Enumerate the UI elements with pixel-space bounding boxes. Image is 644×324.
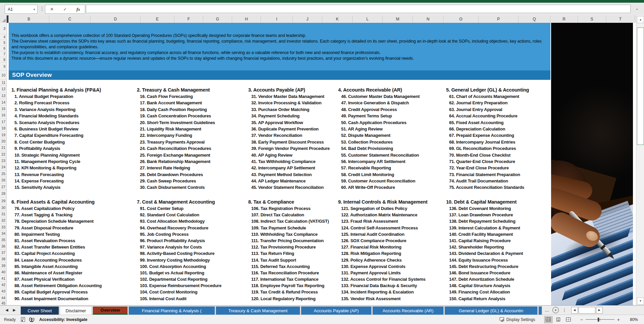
- sheet-tab-disclaimer[interactable]: Disclaimer: [60, 306, 92, 315]
- column-header-m[interactable]: M: [383, 15, 413, 23]
- sheet-tab-accounts-receivable-ar[interactable]: Accounts Receivable (AR): [372, 306, 444, 315]
- column-header-n[interactable]: N: [413, 15, 443, 23]
- row-header-21[interactable]: 21: [0, 145, 6, 151]
- zoom-in-icon[interactable]: +: [617, 317, 620, 322]
- sheet-tab-accounts-payable-ap[interactable]: Accounts Payable (AP): [301, 306, 372, 315]
- row-header-24[interactable]: 24: [0, 164, 6, 170]
- sheet-tab-treasury-cash-management[interactable]: Treasury & Cash Management: [216, 306, 300, 315]
- tab-overflow-icon[interactable]: …: [545, 308, 549, 313]
- row-header-25[interactable]: 25: [0, 171, 6, 177]
- row-header-20[interactable]: 20: [0, 138, 6, 145]
- column-header-e[interactable]: E: [141, 15, 174, 23]
- column-header-o[interactable]: O: [443, 15, 479, 23]
- vertical-scrollbar[interactable]: ▲ ▼: [636, 15, 644, 305]
- row-header-14[interactable]: 14: [0, 99, 6, 105]
- sheet-grid[interactable]: 3456789101112131415161718192021222324252…: [0, 23, 644, 305]
- row-header-15[interactable]: 15: [0, 106, 6, 112]
- row-header-28[interactable]: 28: [0, 190, 6, 198]
- tab-nav-left-icon[interactable]: ◀: [5, 308, 8, 312]
- row-header-7[interactable]: 7: [0, 51, 6, 57]
- column-header-j[interactable]: J: [293, 15, 322, 23]
- enter-icon[interactable]: ✓: [60, 7, 70, 12]
- formula-input[interactable]: [86, 5, 631, 13]
- row-header-36[interactable]: 36: [0, 243, 6, 250]
- row-header-37[interactable]: 37: [0, 250, 6, 256]
- row-header-22[interactable]: 22: [0, 151, 6, 158]
- name-box[interactable]: A1 ▾: [5, 5, 38, 14]
- column-header-p[interactable]: P: [479, 15, 519, 23]
- normal-view-button[interactable]: [544, 316, 553, 323]
- sheet-tab-financial-planning-analysis[interactable]: Financial Planning & Analysis (: [128, 306, 215, 315]
- row-header-45[interactable]: 45: [0, 301, 6, 305]
- row-header-13[interactable]: 13: [0, 93, 6, 99]
- row-header-29[interactable]: 29: [0, 198, 6, 205]
- row-header-16[interactable]: 16: [0, 112, 6, 118]
- tab-nav-right-icon[interactable]: ▶: [13, 308, 15, 312]
- column-header-l[interactable]: L: [353, 15, 383, 23]
- column-header-b[interactable]: B: [9, 15, 49, 23]
- row-header-12[interactable]: 12: [0, 86, 6, 93]
- scroll-up-icon[interactable]: ▲: [637, 16, 644, 23]
- row-header-4[interactable]: 4: [0, 34, 6, 40]
- column-header-h[interactable]: H: [232, 15, 261, 23]
- column-header-s[interactable]: S: [578, 15, 606, 23]
- add-sheet-icon[interactable]: +: [552, 307, 559, 313]
- zoom-slider-thumb[interactable]: [598, 318, 599, 322]
- row-header-32[interactable]: 32: [0, 217, 6, 224]
- row-header-5[interactable]: 5: [0, 40, 6, 46]
- column-header-q[interactable]: Q: [519, 15, 550, 23]
- row-header-6[interactable]: 6: [0, 46, 6, 51]
- column-header-d[interactable]: D: [91, 15, 141, 23]
- scroll-left-icon[interactable]: ◀: [571, 307, 578, 314]
- row-header-18[interactable]: 18: [0, 125, 6, 131]
- row-header-23[interactable]: 23: [0, 158, 6, 164]
- column-header-k[interactable]: K: [322, 15, 353, 23]
- row-header-19[interactable]: 19: [0, 131, 6, 138]
- row-header-26[interactable]: 26: [0, 177, 6, 183]
- zoom-out-icon[interactable]: −: [580, 317, 583, 322]
- row-header-40[interactable]: 40: [0, 269, 6, 275]
- select-all-corner[interactable]: [0, 15, 7, 23]
- insert-function-icon[interactable]: fx: [73, 7, 83, 12]
- row-header-30[interactable]: 30: [0, 205, 6, 211]
- zoom-level[interactable]: 80%: [625, 317, 638, 322]
- page-layout-view-button[interactable]: [554, 316, 563, 323]
- row-header-8[interactable]: 8: [0, 57, 6, 63]
- row-header-9[interactable]: 9: [0, 63, 6, 70]
- horizontal-scrollbar-thumb[interactable]: [579, 307, 595, 314]
- formula-bar-expand-icon[interactable]: ⌄: [635, 6, 639, 11]
- row-header-41[interactable]: 41: [0, 275, 6, 282]
- row-header-10[interactable]: 10: [0, 70, 6, 80]
- name-box-dropdown-icon[interactable]: ▾: [31, 8, 37, 11]
- column-header-t[interactable]: T: [606, 15, 635, 23]
- row-header-38[interactable]: 38: [0, 256, 6, 262]
- row-header-27[interactable]: 27: [0, 183, 6, 190]
- scroll-right-icon[interactable]: ▶: [596, 307, 603, 314]
- sheet-tab-cover-sheet[interactable]: Cover Sheet: [20, 306, 59, 315]
- row-header-43[interactable]: 43: [0, 288, 6, 294]
- row-header-3[interactable]: 3: [0, 23, 6, 34]
- row-header-17[interactable]: 17: [0, 119, 6, 125]
- sheet-tab-overview[interactable]: Overview: [93, 306, 128, 315]
- row-header-42[interactable]: 42: [0, 282, 6, 288]
- row-header-11[interactable]: 11: [0, 80, 6, 86]
- row-header-34[interactable]: 34: [0, 230, 6, 237]
- partial-next-tab[interactable]: [538, 306, 542, 315]
- sheet-tab-general-ledger-gl-accountin[interactable]: General Ledger (GL) & Accountin: [444, 306, 538, 315]
- column-header-c[interactable]: C: [49, 15, 91, 23]
- row-header-44[interactable]: 44: [0, 294, 6, 301]
- tab-kebab-icon[interactable]: ⋮: [562, 308, 567, 313]
- accessibility-status[interactable]: Accessibility: Investigate: [39, 317, 87, 322]
- page-break-view-button[interactable]: [564, 316, 573, 323]
- column-header-f[interactable]: F: [174, 15, 203, 23]
- zoom-slider[interactable]: [586, 317, 614, 322]
- display-settings-button[interactable]: Display Settings: [499, 317, 535, 322]
- column-header-i[interactable]: I: [261, 15, 293, 23]
- formula-bar-kebab-icon[interactable]: ⋮: [40, 6, 45, 12]
- row-header-31[interactable]: 31: [0, 211, 6, 217]
- scroll-down-icon[interactable]: ▼: [637, 298, 644, 305]
- row-header-35[interactable]: 35: [0, 237, 6, 243]
- horizontal-scrollbar[interactable]: ◀ ▶: [571, 307, 603, 314]
- macro-record-icon[interactable]: [21, 317, 25, 322]
- row-header-33[interactable]: 33: [0, 224, 6, 230]
